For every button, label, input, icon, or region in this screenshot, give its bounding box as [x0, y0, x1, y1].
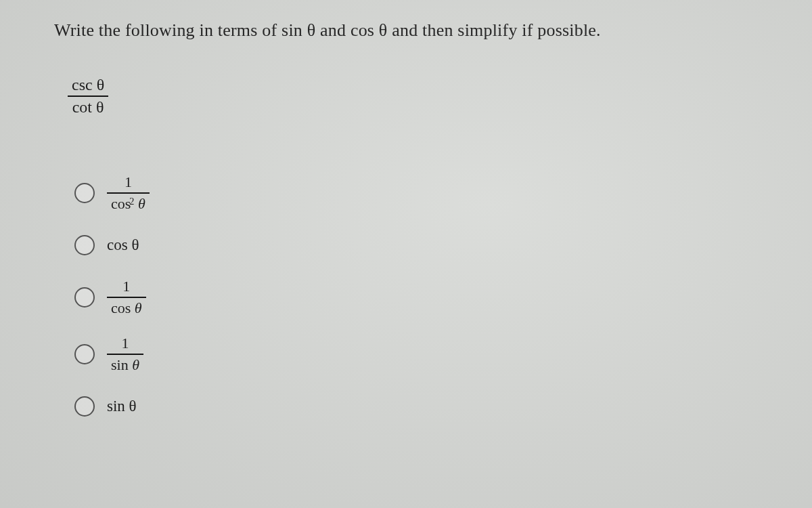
option-3-numerator: 1 — [107, 276, 146, 297]
option-4-expression: 1 sin θ — [107, 333, 143, 375]
option-4-numerator: 1 — [107, 333, 143, 354]
option-3[interactable]: 1 cos θ — [74, 276, 758, 318]
expression-denominator: cot θ — [68, 96, 108, 118]
radio-icon[interactable] — [74, 287, 95, 308]
option-1-expression: 1 cos2 θ — [107, 172, 150, 214]
option-2[interactable]: cos θ — [74, 229, 758, 261]
radio-icon[interactable] — [74, 183, 95, 203]
expression-fraction: csc θ cot θ — [68, 75, 108, 118]
answer-options: 1 cos2 θ cos θ 1 cos θ 1 s — [74, 172, 758, 423]
option-1-denominator: cos2 θ — [107, 192, 150, 214]
radio-icon[interactable] — [74, 344, 95, 364]
question-prompt: Write the following in terms of sin θ an… — [54, 20, 758, 41]
question-page: Write the following in terms of sin θ an… — [0, 0, 812, 451]
question-expression: csc θ cot θ — [68, 75, 758, 118]
option-1-numerator: 1 — [107, 172, 150, 192]
option-2-expression: cos θ — [107, 236, 139, 254]
radio-icon[interactable] — [74, 235, 95, 255]
option-1[interactable]: 1 cos2 θ — [74, 172, 758, 214]
radio-icon[interactable] — [74, 396, 95, 417]
option-5[interactable]: sin θ — [74, 390, 758, 423]
option-3-denominator: cos θ — [107, 297, 146, 318]
option-5-expression: sin θ — [107, 398, 137, 415]
option-4[interactable]: 1 sin θ — [74, 333, 758, 375]
expression-numerator: csc θ — [68, 75, 108, 96]
option-4-denominator: sin θ — [107, 354, 143, 375]
option-3-expression: 1 cos θ — [107, 276, 146, 318]
